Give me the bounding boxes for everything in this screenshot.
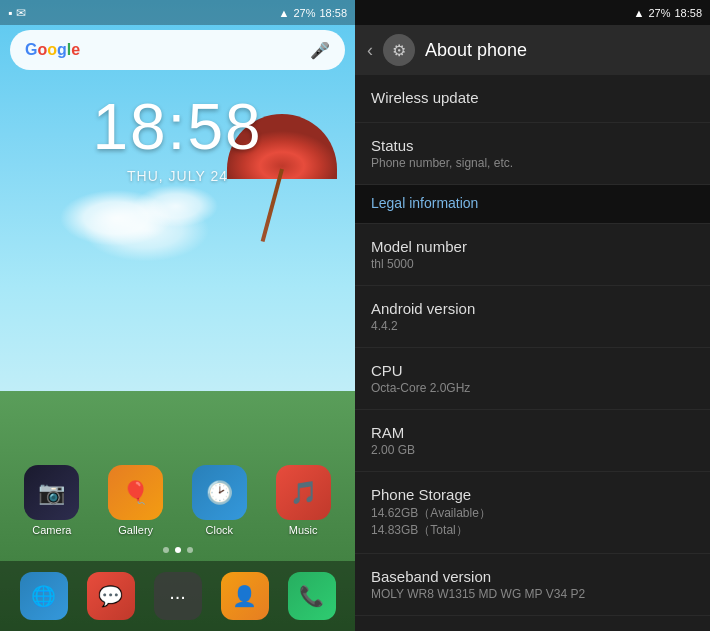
time-text: 18:58 xyxy=(319,7,347,19)
model-title: Model number xyxy=(371,238,694,255)
right-time: 18:58 xyxy=(674,7,702,19)
music-icon: 🎵 xyxy=(276,465,331,520)
menu-status[interactable]: Status Phone number, signal, etc. xyxy=(355,123,710,185)
right-wifi-icon: ▲ xyxy=(634,7,645,19)
settings-icon: ⚙ xyxy=(383,34,415,66)
about-phone-panel: ▲ 27% 18:58 ‹ ⚙ About phone Wireless upd… xyxy=(355,0,710,631)
phone-screen: ▪ ✉ ▲ 27% 18:58 Google 🎤 18:58 THU, JULY… xyxy=(0,0,355,631)
status-right-icons: ▲ 27% 18:58 xyxy=(279,7,347,19)
app-camera[interactable]: 📷 Camera xyxy=(24,465,79,536)
music-label: Music xyxy=(289,524,318,536)
clock-date: THU, JULY 24 xyxy=(0,168,355,184)
storage-title: Phone Storage xyxy=(371,486,694,503)
about-header: ‹ ⚙ About phone xyxy=(355,25,710,75)
about-title: About phone xyxy=(425,40,527,61)
page-indicators xyxy=(0,547,355,553)
cpu-sub: Octa-Core 2.0GHz xyxy=(371,381,694,395)
dot-2 xyxy=(175,547,181,553)
dock-contacts[interactable]: 👤 xyxy=(221,572,269,620)
clock-app-icon: 🕑 xyxy=(192,465,247,520)
camera-icon: 📷 xyxy=(24,465,79,520)
model-sub: thl 5000 xyxy=(371,257,694,271)
clock-widget: 18:58 THU, JULY 24 xyxy=(0,90,355,184)
dot-3 xyxy=(187,547,193,553)
right-status-bar: ▲ 27% 18:58 xyxy=(355,0,710,25)
menu-baseband[interactable]: Baseband version MOLY WR8 W1315 MD WG MP… xyxy=(355,554,710,616)
ram-title: RAM xyxy=(371,424,694,441)
menu-cpu[interactable]: CPU Octa-Core 2.0GHz xyxy=(355,348,710,410)
app-music[interactable]: 🎵 Music xyxy=(276,465,331,536)
menu-model[interactable]: Model number thl 5000 xyxy=(355,224,710,286)
dock-phone[interactable]: 📞 xyxy=(288,572,336,620)
cpu-title: CPU xyxy=(371,362,694,379)
menu-ram[interactable]: RAM 2.00 GB xyxy=(355,410,710,472)
menu-wireless-update[interactable]: Wireless update xyxy=(355,75,710,123)
legal-title: Legal information xyxy=(371,195,694,211)
right-battery: 27% xyxy=(648,7,670,19)
mic-icon[interactable]: 🎤 xyxy=(310,41,330,60)
menu-android[interactable]: Android version 4.4.2 xyxy=(355,286,710,348)
back-button[interactable]: ‹ xyxy=(367,40,373,61)
dock-chat[interactable]: 💬 xyxy=(87,572,135,620)
status-title: Status xyxy=(371,137,694,154)
google-search-bar[interactable]: Google 🎤 xyxy=(10,30,345,70)
wireless-update-title: Wireless update xyxy=(371,89,694,106)
gallery-label: Gallery xyxy=(118,524,153,536)
clock-label: Clock xyxy=(206,524,234,536)
app-gallery[interactable]: 🎈 Gallery xyxy=(108,465,163,536)
status-sub: Phone number, signal, etc. xyxy=(371,156,694,170)
battery-text: 27% xyxy=(293,7,315,19)
menu-storage[interactable]: Phone Storage 14.62GB（Available） 14.83GB… xyxy=(355,472,710,554)
storage-sub: 14.62GB（Available） xyxy=(371,505,694,522)
dock-apps[interactable]: ··· xyxy=(154,572,202,620)
app-clock[interactable]: 🕑 Clock xyxy=(192,465,247,536)
left-status-bar: ▪ ✉ ▲ 27% 18:58 xyxy=(0,0,355,25)
menu-legal[interactable]: Legal information xyxy=(355,185,710,224)
google-logo: Google xyxy=(25,41,80,59)
ram-sub: 2.00 GB xyxy=(371,443,694,457)
bottom-dock: 🌐 💬 ··· 👤 📞 xyxy=(0,561,355,631)
dot-1 xyxy=(163,547,169,553)
gallery-icon: 🎈 xyxy=(108,465,163,520)
storage-sub2: 14.83GB（Total） xyxy=(371,522,694,539)
status-left-icons: ▪ ✉ xyxy=(8,6,26,20)
dock-browser[interactable]: 🌐 xyxy=(20,572,68,620)
wifi-icon: ▲ xyxy=(279,7,290,19)
baseband-sub: MOLY WR8 W1315 MD WG MP V34 P2 xyxy=(371,587,694,601)
android-title: Android version xyxy=(371,300,694,317)
baseband-title: Baseband version xyxy=(371,568,694,585)
app-row: 📷 Camera 🎈 Gallery 🕑 Clock 🎵 Music xyxy=(0,465,355,536)
android-sub: 4.4.2 xyxy=(371,319,694,333)
notification-icons: ▪ ✉ xyxy=(8,6,26,20)
camera-label: Camera xyxy=(32,524,71,536)
clock-time: 18:58 xyxy=(0,90,355,164)
about-menu-list[interactable]: Wireless update Status Phone number, sig… xyxy=(355,75,710,631)
